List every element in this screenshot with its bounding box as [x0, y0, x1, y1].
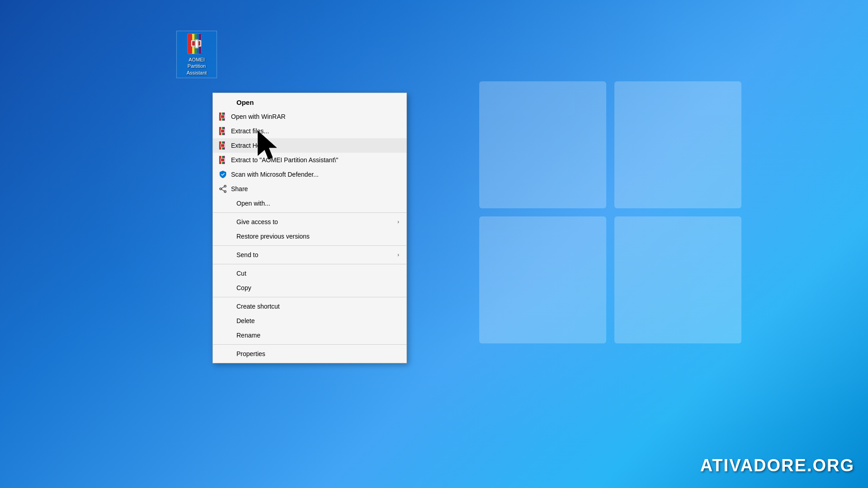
menu-item-copy[interactable]: Copy: [213, 281, 406, 295]
menu-item-text-restore-versions: Restore previous versions: [236, 233, 399, 240]
svg-line-46: [222, 187, 224, 188]
menu-item-text-create-shortcut: Create shortcut: [236, 303, 399, 310]
svg-line-47: [222, 189, 224, 191]
windows-logo-pane-tr: [614, 81, 741, 208]
menu-item-open-with[interactable]: Open with...: [213, 196, 406, 211]
winrar-icon-extract-here: [218, 141, 227, 150]
menu-item-extract-to[interactable]: Extract to "AOMEI Partition Assistant\": [213, 153, 406, 167]
submenu-arrow-give-access: ›: [397, 219, 399, 225]
share-icon-share: [218, 184, 227, 193]
menu-item-give-access[interactable]: Give access to›: [213, 215, 406, 229]
menu-item-text-share: Share: [231, 185, 399, 192]
menu-item-text-copy: Copy: [236, 284, 399, 291]
desktop-background: AOMEI Partition Assistant Open Open with…: [0, 0, 868, 488]
svg-rect-34: [221, 144, 224, 147]
menu-item-text-open: Open: [236, 99, 399, 106]
menu-divider-16: [213, 344, 406, 345]
menu-item-properties[interactable]: Properties: [213, 347, 406, 361]
menu-item-restore-versions[interactable]: Restore previous versions: [213, 229, 406, 244]
windows-logo-pane-bl: [479, 216, 606, 343]
svg-point-44: [224, 191, 226, 192]
menu-item-rename[interactable]: Rename: [213, 328, 406, 343]
menu-item-text-rename: Rename: [236, 332, 399, 339]
svg-rect-18: [221, 115, 224, 118]
menu-item-text-extract-files: Extract files...: [231, 127, 399, 135]
context-menu: Open Open with WinRAR Extract files...: [212, 93, 407, 363]
aomei-icon-svg: [186, 33, 208, 55]
menu-item-text-extract-here: Extract Here: [231, 142, 399, 149]
menu-divider-11: [213, 264, 406, 264]
winrar-icon-extract-files: [218, 127, 227, 136]
menu-item-share[interactable]: Share: [213, 182, 406, 196]
desktop-icon-aomei[interactable]: AOMEI Partition Assistant: [176, 31, 217, 78]
shield-icon-scan: [218, 170, 227, 179]
menu-item-open-winrar[interactable]: Open with WinRAR: [213, 109, 406, 124]
menu-item-text-delete: Delete: [236, 317, 399, 324]
menu-item-create-shortcut[interactable]: Create shortcut: [213, 299, 406, 314]
menu-item-text-extract-to: Extract to "AOMEI Partition Assistant\": [231, 156, 399, 164]
svg-rect-26: [221, 130, 224, 132]
menu-item-send-to[interactable]: Send to›: [213, 248, 406, 262]
menu-item-extract-here[interactable]: Extract Here: [213, 138, 406, 153]
menu-item-open[interactable]: Open: [213, 95, 406, 109]
menu-item-text-scan: Scan with Microsoft Defender...: [231, 171, 399, 178]
menu-item-cut[interactable]: Cut: [213, 266, 406, 281]
aomei-icon-label: AOMEI Partition Assistant: [187, 56, 207, 76]
aomei-icon-image: [186, 33, 208, 55]
menu-item-text-open-with: Open with...: [236, 200, 399, 207]
menu-divider-13: [213, 297, 406, 297]
menu-item-text-properties: Properties: [236, 350, 399, 357]
menu-item-text-send-to: Send to: [236, 251, 394, 258]
windows-logo: [479, 81, 741, 343]
menu-item-extract-files[interactable]: Extract files...: [213, 124, 406, 138]
windows-logo-pane-tl: [479, 81, 606, 208]
svg-point-45: [220, 188, 222, 190]
menu-divider-10: [213, 245, 406, 246]
menu-item-text-give-access: Give access to: [236, 218, 394, 225]
watermark: ATIVADORE.ORG: [700, 456, 854, 475]
winrar-icon-open-winrar: [218, 112, 227, 121]
winrar-icon-extract-to: [218, 155, 227, 164]
menu-item-text-open-winrar: Open with WinRAR: [231, 113, 399, 120]
menu-item-delete[interactable]: Delete: [213, 314, 406, 328]
svg-rect-9: [196, 40, 198, 47]
submenu-arrow-send-to: ›: [397, 252, 399, 258]
svg-rect-42: [221, 159, 224, 161]
menu-item-text-cut: Cut: [236, 270, 399, 277]
svg-point-43: [224, 185, 226, 187]
windows-logo-pane-br: [614, 216, 741, 343]
menu-divider-8: [213, 212, 406, 213]
menu-item-scan[interactable]: Scan with Microsoft Defender...: [213, 167, 406, 182]
